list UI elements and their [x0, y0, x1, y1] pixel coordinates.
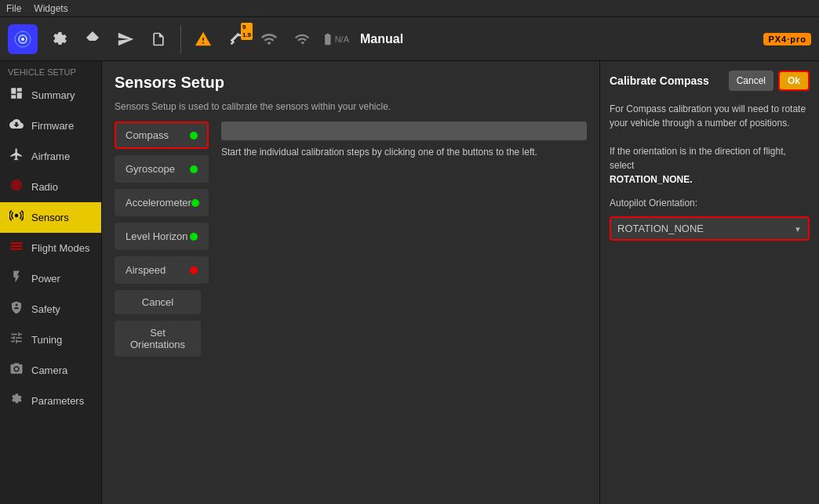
airspeed-status-dot — [190, 267, 198, 274]
cancel-action-button[interactable]: Cancel — [115, 290, 201, 314]
toolbar-right: PX4·pro — [763, 33, 811, 45]
autopilot-orientation-label: Autopilot Orientation: — [610, 198, 810, 208]
sensors-icon — [8, 208, 25, 227]
sidebar-item-tuning-label: Tuning — [31, 334, 62, 346]
compass-status-dot — [190, 132, 198, 140]
sensor-buttons: Compass Gyroscope Accelerometer Level Ho… — [115, 121, 209, 491]
level-horizon-label: Level Horizon — [126, 230, 188, 242]
progress-bar-container — [221, 121, 587, 140]
calibration-info: For Compass calibration you will need to… — [610, 102, 810, 187]
sidebar-item-summary[interactable]: Summary — [0, 80, 101, 111]
sidebar-item-power-label: Power — [31, 273, 60, 285]
tuning-icon — [8, 331, 25, 349]
autopilot-orientation-select[interactable]: ROTATION_NONE ROTATION_YAW_45 ROTATION_Y… — [611, 218, 808, 239]
connection-icon[interactable] — [255, 25, 283, 53]
sidebar-item-firmware-label: Firmware — [31, 120, 74, 132]
airframe-icon — [8, 147, 25, 165]
svg-point-5 — [16, 184, 18, 187]
toolbar: 91.9 N/A Manual PX4·pro — [0, 17, 819, 61]
sidebar-item-firmware[interactable]: Firmware — [0, 111, 101, 141]
accelerometer-status-dot — [191, 199, 199, 207]
px4-logo: PX4·pro — [763, 33, 811, 45]
page-title: Sensors Setup — [115, 74, 587, 92]
sensor-content: Start the individual calibration steps b… — [221, 121, 587, 491]
airspeed-label: Airspeed — [126, 264, 166, 276]
separator-1 — [180, 25, 181, 53]
battery-value: N/A — [335, 34, 349, 44]
wrench-icon[interactable]: 91.9 — [222, 25, 250, 53]
main-layout: Vehicle Setup Summary Firmware — [0, 61, 819, 504]
flight-mode: Manual — [360, 32, 403, 46]
sidebar-item-sensors[interactable]: Sensors — [0, 202, 101, 233]
page-subtitle: Sensors Setup is used to calibrate the s… — [115, 101, 587, 112]
sidebar-item-parameters-label: Parameters — [31, 395, 84, 407]
instruction-text: Start the individual calibration steps b… — [221, 147, 587, 158]
warning-icon[interactable] — [189, 25, 217, 53]
level-horizon-status-dot — [190, 233, 198, 241]
send-icon[interactable] — [111, 25, 140, 53]
autopilot-select-wrapper: ROTATION_NONE ROTATION_YAW_45 ROTATION_Y… — [610, 216, 810, 241]
compass-label: Compass — [126, 129, 169, 141]
safety-icon — [8, 300, 25, 318]
sidebar-item-camera-label: Camera — [31, 364, 67, 376]
accelerometer-label: Accelerometer — [126, 197, 191, 208]
signal-bars-icon[interactable] — [288, 25, 316, 53]
sidebar-item-radio[interactable]: Radio — [0, 172, 101, 202]
camera-icon — [8, 361, 25, 379]
gyroscope-status-dot — [190, 165, 198, 173]
svg-point-2 — [21, 38, 24, 41]
sidebar-item-sensors-label: Sensors — [31, 212, 69, 223]
info-line-4: ROTATION_NONE. — [610, 174, 693, 185]
summary-icon — [8, 86, 25, 104]
parameters-icon — [8, 392, 25, 410]
flight-modes-icon — [8, 239, 25, 257]
doc-icon[interactable] — [144, 25, 173, 53]
settings-icon[interactable] — [46, 25, 74, 53]
firmware-icon — [8, 117, 25, 135]
right-panel-cancel-button[interactable]: Cancel — [729, 71, 774, 91]
app-logo[interactable] — [8, 24, 38, 54]
sidebar-header: Vehicle Setup — [0, 61, 101, 80]
sidebar-item-radio-label: Radio — [31, 181, 58, 193]
set-orientations-button[interactable]: Set Orientations — [115, 321, 201, 357]
sidebar-item-summary-label: Summary — [31, 89, 75, 101]
right-panel-ok-button[interactable]: Ok — [778, 71, 810, 91]
sidebar-item-tuning[interactable]: Tuning — [0, 325, 101, 355]
compass-button[interactable]: Compass — [115, 121, 209, 149]
vehicle-icon[interactable] — [78, 25, 107, 53]
sidebar-item-safety[interactable]: Safety — [0, 294, 101, 325]
content-area: Sensors Setup Sensors Setup is used to c… — [102, 61, 599, 504]
menu-widgets[interactable]: Widgets — [34, 3, 67, 14]
sidebar-item-camera[interactable]: Camera — [0, 355, 101, 386]
right-panel: Calibrate Compass Cancel Ok For Compass … — [599, 61, 819, 504]
sidebar-item-flight-modes-label: Flight Modes — [31, 242, 89, 254]
gyroscope-button[interactable]: Gyroscope — [115, 155, 209, 183]
menu-file[interactable]: File — [6, 3, 21, 14]
sidebar-item-airframe[interactable]: Airframe — [0, 141, 101, 172]
right-panel-header: Calibrate Compass Cancel Ok — [610, 71, 810, 91]
power-icon — [8, 270, 25, 288]
radio-icon — [8, 178, 25, 196]
airspeed-button[interactable]: Airspeed — [115, 256, 209, 284]
info-line-3: If the orientation is in the direction o… — [610, 146, 786, 171]
sensors-main: Compass Gyroscope Accelerometer Level Ho… — [115, 121, 587, 491]
sidebar-item-parameters[interactable]: Parameters — [0, 386, 101, 416]
menu-bar: File Widgets — [0, 0, 819, 17]
battery-icon: N/A — [321, 25, 349, 53]
sidebar: Vehicle Setup Summary Firmware — [0, 61, 102, 504]
sidebar-item-airframe-label: Airframe — [31, 150, 70, 162]
sidebar-item-flight-modes[interactable]: Flight Modes — [0, 233, 101, 263]
accelerometer-button[interactable]: Accelerometer — [115, 189, 209, 216]
sidebar-item-power[interactable]: Power — [0, 263, 101, 294]
calibrate-compass-title: Calibrate Compass — [610, 74, 709, 87]
gyroscope-label: Gyroscope — [126, 163, 175, 175]
info-line-1: For Compass calibration you will need to… — [610, 103, 806, 114]
info-line-2: your vehicle through a number of positio… — [610, 118, 789, 129]
svg-point-6 — [15, 214, 19, 218]
level-horizon-button[interactable]: Level Horizon — [115, 223, 209, 250]
sidebar-item-safety-label: Safety — [31, 303, 60, 315]
